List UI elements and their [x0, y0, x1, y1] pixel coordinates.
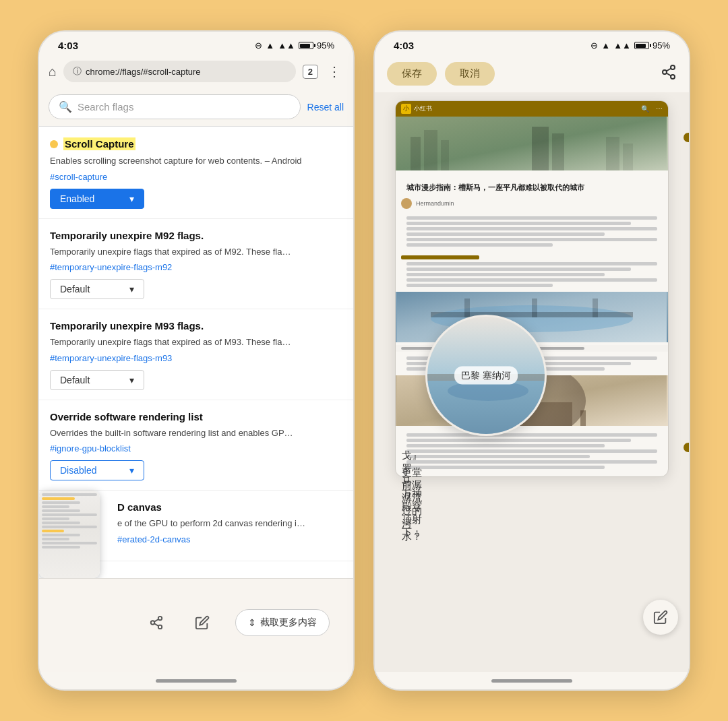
- svg-rect-12: [424, 130, 437, 170]
- status-icons-1: ⊖ ▲ ▲▲ 95%: [255, 40, 334, 51]
- battery-pct-2: 95%: [653, 40, 670, 51]
- more-btn-art[interactable]: ⋯: [656, 105, 663, 113]
- status-time-2: 4:03: [394, 40, 414, 51]
- signal-icon-2: ▲▲: [613, 40, 631, 51]
- svg-point-5: [671, 65, 675, 69]
- share-icon-bottom[interactable]: [144, 610, 169, 635]
- search-input[interactable]: Search flags: [78, 101, 133, 113]
- flag-desc-3: Overrides the built-in software renderin…: [50, 427, 342, 440]
- url-text: chrome://flags/#scroll-capture: [86, 67, 201, 77]
- search-input-box[interactable]: 🔍 Search flags: [49, 94, 301, 119]
- battery-icon-2: [634, 42, 649, 49]
- search-icon: 🔍: [59, 100, 72, 113]
- magnifier[interactable]: 巴黎 塞纳河: [425, 315, 547, 436]
- capture-more-button[interactable]: ⇕ 截取更多内容: [235, 609, 330, 636]
- handle-dot-top[interactable]: [684, 133, 689, 142]
- svg-line-9: [667, 68, 671, 71]
- svg-rect-14: [532, 127, 549, 170]
- scroll-thumbnail: [39, 491, 100, 578]
- info-icon: ⓘ: [73, 65, 82, 77]
- reset-all-button[interactable]: Reset all: [307, 102, 344, 113]
- flag-title-row-1: Temporarily unexpire M92 flags.: [50, 230, 342, 241]
- phones-container: 4:03 ⊖ ▲ ▲▲ 95% ⌂ ⓘ chrome://flags/#scro…: [24, 17, 704, 704]
- flag-item-m93: Temporarily unexpire M93 flags. Temporar…: [39, 309, 353, 400]
- svg-rect-13: [441, 140, 449, 170]
- phone-article: 4:03 ⊖ ▲ ▲▲ 95% 保存 取消: [373, 30, 690, 691]
- flag-title-row-4: D canvas: [117, 501, 342, 513]
- home-bar-1: [156, 679, 237, 683]
- flag-title-row-3: Override software rendering list: [50, 411, 342, 422]
- dnd-icon-2: ⊖: [590, 40, 598, 51]
- svg-line-4: [154, 619, 158, 622]
- svg-rect-28: [580, 410, 586, 426]
- flag-link-4[interactable]: #erated-2d-canvas: [117, 534, 342, 544]
- flag-desc-4: e of the GPU to perform 2d canvas render…: [117, 517, 342, 530]
- flag-title-2: Temporarily unexpire M93 flags.: [50, 320, 204, 332]
- svg-point-7: [671, 75, 675, 79]
- flag-link-2[interactable]: #temporary-unexpire-flags-m93: [50, 353, 342, 363]
- flag-dropdown-3[interactable]: Disabled ▾: [50, 460, 144, 480]
- expand-icon: ⇕: [248, 617, 256, 628]
- yellow-dot-0: [50, 140, 58, 148]
- cancel-button[interactable]: 取消: [445, 62, 495, 86]
- app-logo: 小: [401, 104, 411, 114]
- flag-title-3: Override software rendering list: [50, 411, 203, 422]
- status-bar-2: 4:03 ⊖ ▲ ▲▲ 95%: [375, 32, 689, 55]
- flag-dropdown-1[interactable]: Default ▾: [50, 279, 144, 299]
- flag-item-m92: Temporarily unexpire M92 flags. Temporar…: [39, 219, 353, 310]
- flags-list: Scroll Capture Enables scrolling screens…: [39, 127, 353, 578]
- svg-rect-21: [464, 299, 470, 317]
- svg-rect-23: [593, 299, 598, 317]
- home-button[interactable]: ⌂: [49, 64, 57, 80]
- flag-item-scroll-capture: Scroll Capture Enables scrolling screens…: [39, 127, 353, 219]
- edit-icon-bottom[interactable]: [189, 610, 215, 635]
- flag-link-3[interactable]: #ignore-gpu-blocklist: [50, 443, 342, 453]
- author-name: Hermandumin: [416, 200, 454, 207]
- svg-rect-22: [532, 299, 537, 317]
- flag-title-0: Scroll Capture: [63, 137, 135, 150]
- battery-icon-1: [299, 42, 313, 49]
- article-area: 小 小红书 🔍 ⋯: [375, 92, 689, 672]
- chevron-down-icon-3: ▾: [129, 465, 134, 476]
- home-bar-2: [491, 679, 572, 683]
- edit-fab[interactable]: [643, 600, 678, 635]
- overlay-text-2: 更堂前潺潺流过的河水？: [402, 466, 422, 543]
- flag-item-gpu: Override software rendering list Overrid…: [39, 400, 353, 491]
- svg-rect-17: [623, 144, 633, 170]
- app-name: 小红书: [414, 104, 432, 113]
- url-box[interactable]: ⓘ chrome://flags/#scroll-capture: [63, 61, 296, 82]
- app-header: 小 小红书 🔍 ⋯: [396, 101, 668, 117]
- handle-dot-bottom[interactable]: [684, 443, 689, 452]
- svg-rect-15: [552, 133, 564, 170]
- wifi-icon-2: ▲: [601, 40, 610, 51]
- status-bar-1: 4:03 ⊖ ▲ ▲▲ 95%: [39, 32, 353, 55]
- article-title: 城市漫步指南：槽斯马，一座平凡都难以被取代的城市: [401, 177, 663, 195]
- flag-dropdown-0[interactable]: Enabled ▾: [50, 189, 144, 209]
- flag-desc-0: Enables scrolling screenshot capture for…: [50, 154, 342, 168]
- svg-point-1: [151, 621, 155, 625]
- svg-point-6: [663, 70, 667, 74]
- flag-title-1: Temporarily unexpire M92 flags.: [50, 230, 204, 241]
- svg-rect-11: [411, 137, 421, 170]
- signal-icon: ▲▲: [278, 40, 295, 51]
- flag-link-1[interactable]: #temporary-unexpire-flags-m92: [50, 262, 342, 272]
- svg-rect-16: [606, 137, 619, 170]
- flag-title-row-0: Scroll Capture: [50, 137, 342, 150]
- flag-dropdown-2[interactable]: Default ▾: [50, 370, 144, 390]
- tab-count[interactable]: 2: [303, 65, 318, 79]
- flag-link-0[interactable]: #scroll-capture: [50, 172, 342, 182]
- search-bar-row: 🔍 Search flags Reset all: [39, 88, 353, 127]
- chevron-down-icon-2: ▾: [129, 375, 134, 385]
- home-indicator-2: [375, 672, 689, 689]
- magnifier-inner: 巴黎 塞纳河: [427, 317, 545, 434]
- action-bar: 保存 取消: [375, 55, 689, 92]
- svg-line-8: [667, 73, 671, 75]
- address-bar: ⌂ ⓘ chrome://flags/#scroll-capture 2 ⋮: [39, 55, 353, 88]
- phone-chrome-flags: 4:03 ⊖ ▲ ▲▲ 95% ⌂ ⓘ chrome://flags/#scro…: [38, 30, 355, 691]
- search-btn-art[interactable]: 🔍: [641, 105, 649, 113]
- menu-button[interactable]: ⋮: [325, 63, 344, 80]
- status-time-1: 4:03: [58, 40, 78, 51]
- save-button[interactable]: 保存: [387, 62, 437, 86]
- share-button[interactable]: [661, 64, 677, 84]
- flag-item-canvas: D canvas e of the GPU to perform 2d canv…: [39, 491, 353, 561]
